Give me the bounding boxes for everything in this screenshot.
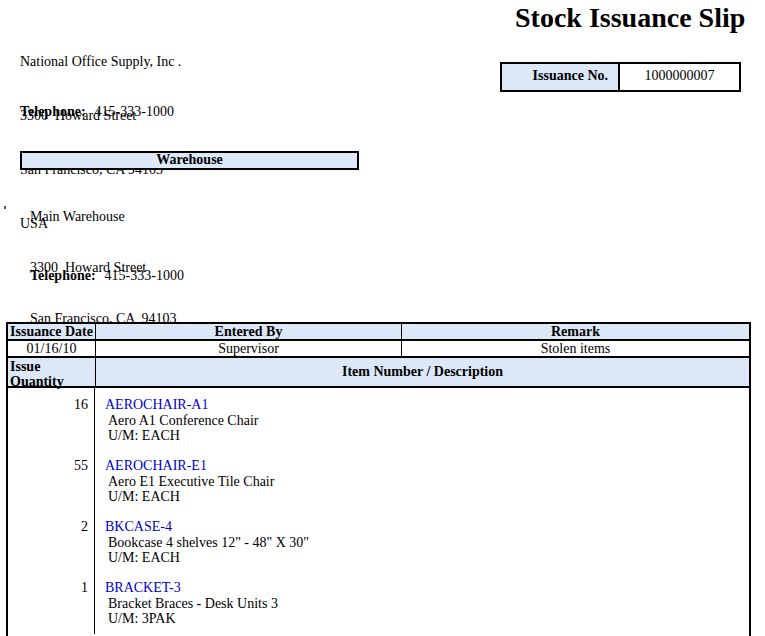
item-row: 1 BRACKET-3 Bracket Braces - Desk Units … xyxy=(8,580,749,634)
item-description: Aero A1 Conference Chair xyxy=(105,413,749,429)
item-details: AEROCHAIR-E1 Aero E1 Executive Tile Chai… xyxy=(95,458,749,519)
item-number-link[interactable]: BKCASE-4 xyxy=(105,519,749,535)
items-list: 16 AEROCHAIR-A1 Aero A1 Conference Chair… xyxy=(8,388,749,634)
item-details: BRACKET-3 Bracket Braces - Desk Units 3 … xyxy=(95,580,749,634)
item-description: Bookcase 4 shelves 12" - 48" X 30" xyxy=(105,535,749,551)
issuance-table: Issuance Date Entered By Remark 01/16/10… xyxy=(6,322,751,636)
item-details: BKCASE-4 Bookcase 4 shelves 12" - 48" X … xyxy=(95,519,749,580)
item-quantity: 1 xyxy=(8,580,94,634)
company-phone-label: Telephone: xyxy=(20,104,86,119)
header-issue-quantity: Issue Quantity xyxy=(8,358,96,386)
warehouse-phone-label: Telephone: xyxy=(30,268,96,283)
value-remark: Stolen items xyxy=(402,341,749,356)
value-entered-by: Supervisor xyxy=(96,341,402,356)
header-issuance-date: Issuance Date xyxy=(8,324,96,339)
items-header-row: Issue Quantity Item Number / Description xyxy=(8,358,749,388)
warehouse-phone-row: Telephone:415-333-1000 xyxy=(30,268,184,284)
item-quantity: 16 xyxy=(8,397,94,458)
item-description: Bracket Braces - Desk Units 3 xyxy=(105,596,749,612)
value-issuance-date: 01/16/10 xyxy=(8,341,96,356)
item-uom: U/M: EACH xyxy=(105,428,749,444)
warehouse-phone-value: 415-333-1000 xyxy=(105,268,184,283)
stray-mark xyxy=(4,206,6,209)
item-quantity: 2 xyxy=(8,519,94,580)
item-number-link[interactable]: AEROCHAIR-A1 xyxy=(105,397,749,413)
warehouse-header: Warehouse xyxy=(20,151,359,170)
warehouse-name: Main Warehouse xyxy=(30,208,177,225)
item-uom: U/M: EACH xyxy=(105,489,749,505)
item-quantity: 55 xyxy=(8,458,94,519)
company-phone-row: Telephone:415-333-1000 xyxy=(20,104,174,120)
item-row: 16 AEROCHAIR-A1 Aero A1 Conference Chair… xyxy=(8,397,749,458)
items-column-divider xyxy=(94,388,95,634)
item-description: Aero E1 Executive Tile Chair xyxy=(105,474,749,490)
issuance-number-box: Issuance No. 1000000007 xyxy=(500,62,741,92)
item-uom: U/M: 3PAK xyxy=(105,611,749,627)
issuance-number-label: Issuance No. xyxy=(502,64,620,90)
item-number-link[interactable]: AEROCHAIR-E1 xyxy=(105,458,749,474)
item-row: 55 AEROCHAIR-E1 Aero E1 Executive Tile C… xyxy=(8,458,749,519)
item-number-link[interactable]: BRACKET-3 xyxy=(105,580,749,596)
item-details: AEROCHAIR-A1 Aero A1 Conference Chair U/… xyxy=(95,397,749,458)
page-title: Stock Issuance Slip xyxy=(515,2,745,34)
company-name: National Office Supply, Inc . xyxy=(20,53,181,71)
company-phone-value: 415-333-1000 xyxy=(95,104,174,119)
header-remark: Remark xyxy=(402,324,749,339)
issuance-number-value: 1000000007 xyxy=(620,64,739,90)
item-uom: U/M: EACH xyxy=(105,550,749,566)
header-entered-by: Entered By xyxy=(96,324,402,339)
header-item-number-description: Item Number / Description xyxy=(96,358,749,386)
info-header-row: Issuance Date Entered By Remark xyxy=(8,324,749,341)
info-value-row: 01/16/10 Supervisor Stolen items xyxy=(8,341,749,358)
item-row: 2 BKCASE-4 Bookcase 4 shelves 12" - 48" … xyxy=(8,519,749,580)
